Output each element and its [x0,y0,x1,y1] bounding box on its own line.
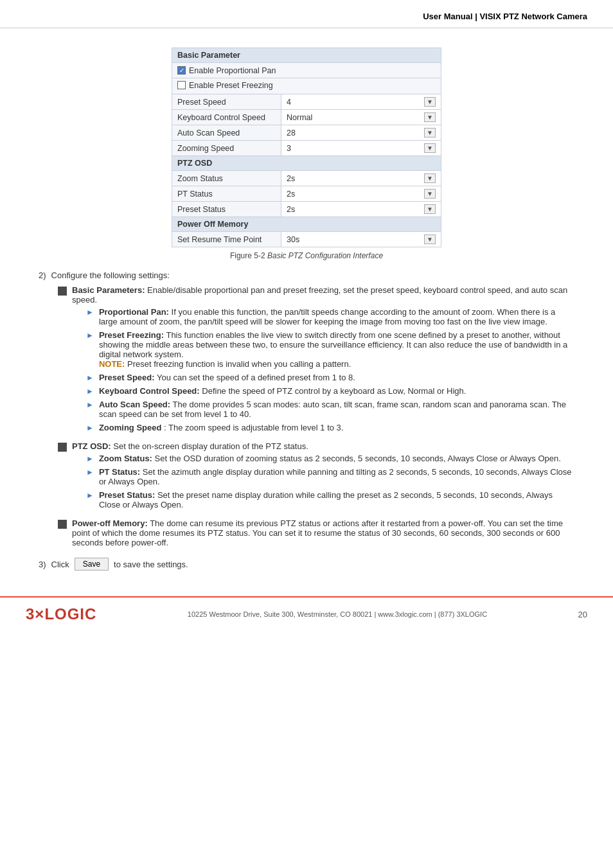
figure-caption: Figure 5-2 Basic PTZ Configuration Inter… [230,251,383,260]
zoom-status-value: 2s [287,174,424,183]
logo-logic-text: LOGIC [44,605,96,623]
table-row: Set Resume Time Point 30s ▼ [172,232,441,247]
pt-status-item: PT Status: Set the azimuth angle display… [99,467,574,486]
keyboard-speed-label: Keyboard Control Speed [172,110,281,125]
preset-status-value-cell: 2s ▼ [281,202,441,217]
checkbox-unchecked-icon [177,81,186,89]
logo-x-icon: × [35,605,44,623]
zooming-speed-label: Zooming Speed [172,141,281,156]
power-off-memory-section: Power-off Memory: The dome can resume it… [72,518,574,547]
checkbox-proportional-pan-cell: ✓ Enable Proportional Pan [172,63,441,78]
table-row: Enable Preset Freezing [172,78,441,94]
step3-click-label: Click [51,560,69,569]
step2-text: Configure the following settings: [51,270,170,280]
list-item: Basic Parameters: Enable/disable proport… [58,285,574,436]
list-item: ► Preset Freezing: This function enables… [86,330,574,369]
basic-params-bold: Basic Parameters: [72,285,145,295]
arrow-bullet-icon: ► [86,331,94,340]
zoom-status-item: Zoom Status: Set the OSD duration of zoo… [99,454,561,463]
arrow-bullet-icon: ► [86,454,94,463]
keyboard-speed-value: Normal [287,113,424,122]
list-item: ► Zoom Status: Set the OSD duration of z… [86,454,574,463]
basic-params-section: Basic Parameters: Enable/disable proport… [72,285,574,436]
resume-time-point-value-cell: 30s ▼ [281,232,441,247]
preset-freezing-item: Preset Freezing: This function enables t… [99,330,574,369]
keyboard-speed-dropdown[interactable]: Normal ▼ [287,112,436,122]
zooming-speed-item: Zooming Speed : The zoom speed is adjust… [99,423,344,432]
checkbox-checked-icon: ✓ [177,66,186,75]
page-header: User Manual | VISIX PTZ Network Camera [0,0,613,28]
dropdown-arrow-icon: ▼ [424,128,436,137]
basic-params-text: Enable/disable proportional pan and pres… [72,285,567,305]
keyboard-speed-text: Define the speed of PTZ control by a key… [202,386,466,396]
note-text: Preset freezing function is invalid when… [127,359,351,369]
preset-status-dropdown[interactable]: 2s ▼ [287,204,436,214]
table-row: Keyboard Control Speed Normal ▼ [172,110,441,125]
logo-text-part: 3 [26,605,35,623]
resume-time-point-value: 30s [287,235,424,244]
auto-scan-speed-label: Auto Scan Speed [172,125,281,141]
zoom-status-desc: Set the OSD duration of zooming status a… [155,454,561,463]
preset-status-item: Preset Status: Set the preset name displ… [99,490,574,509]
step2-container: 2) Configure the following settings: [39,270,574,280]
pt-status-label: PT Status [172,186,281,202]
preset-status-value: 2s [287,205,424,214]
table-row: Preset Status 2s ▼ [172,202,441,217]
list-item: ► PT Status: Set the azimuth angle displ… [86,467,574,486]
dropdown-arrow-icon: ▼ [424,189,436,199]
resume-time-point-label: Set Resume Time Point [172,232,281,247]
ptz-osd-bold: PTZ OSD: [72,441,111,451]
square-bullet-icon [58,520,67,529]
proportional-pan-bold: Proportional Pan: [99,307,169,317]
ptz-osd-section: PTZ OSD: Set the on-screen display durat… [72,441,574,513]
checkbox-preset-freezing-cell: Enable Preset Freezing [172,78,441,94]
preset-freezing-text: This function enables the live view to s… [99,330,567,359]
arrow-bullet-icon: ► [86,373,94,382]
header-manual-text: User Manual [423,12,472,21]
list-item: ► Keyboard Control Speed: Define the spe… [86,386,574,396]
dropdown-arrow-icon: ▼ [424,204,436,214]
table-row: PTZ OSD [172,156,441,171]
section-ptz-osd: PTZ OSD [172,156,441,171]
header-title: VISIX PTZ Network Camera [479,12,587,21]
auto-scan-speed-dropdown[interactable]: 28 ▼ [287,128,436,137]
list-item: ► Proportional Pan: If you enable this f… [86,307,574,326]
list-item: ► Preset Status: Set the preset name dis… [86,490,574,509]
zooming-speed-dropdown[interactable]: 3 ▼ [287,143,436,153]
arrow-bullet-icon: ► [86,468,94,477]
resume-time-point-dropdown[interactable]: 30s ▼ [287,235,436,244]
pt-status-dropdown[interactable]: 2s ▼ [287,189,436,199]
proportional-pan-item: Proportional Pan: If you enable this fun… [99,307,574,326]
list-item: ► Preset Speed: You can set the speed of… [86,373,574,382]
auto-scan-speed-value-cell: 28 ▼ [281,125,441,141]
pt-status-value-cell: 2s ▼ [281,186,441,202]
list-item: Power-off Memory: The dome can resume it… [58,518,574,547]
zooming-speed-text: : The zoom speed is adjustable from leve… [164,423,343,432]
preset-speed-item: Preset Speed: You can set the speed of a… [99,373,355,382]
save-button[interactable]: Save [75,558,109,571]
ptz-osd-text: Set the on-screen display duration of th… [113,441,308,451]
enable-proportional-pan-checkbox[interactable]: ✓ Enable Proportional Pan [177,66,276,75]
arrow-bullet-icon: ► [86,423,94,432]
footer-contact-info: 10225 Westmoor Drive, Suite 300, Westmin… [109,610,565,618]
figure-container: Basic Parameter ✓ Enable Proportional Pa… [39,48,574,260]
zooming-speed-bold: Zooming Speed [99,423,162,432]
square-bullet-icon [58,443,67,452]
auto-scan-bold: Auto Scan Speed: [99,400,170,409]
page-number: 20 [578,610,587,619]
enable-preset-freezing-label: Enable Preset Freezing [189,81,273,90]
step3-suffix-text: to save the settings. [114,560,188,569]
dropdown-arrow-icon: ▼ [424,173,436,183]
auto-scan-speed-value: 28 [287,128,424,137]
preset-speed-text: You can set the speed of a defined prese… [157,373,355,382]
arrow-bullet-icon: ► [86,308,94,317]
zoom-status-dropdown[interactable]: 2s ▼ [287,173,436,183]
power-off-bold: Power-off Memory: [72,518,148,528]
figure-number: Figure 5-2 [230,251,265,260]
basic-params-sub-list: ► Proportional Pan: If you enable this f… [86,307,574,432]
preset-speed-label: Preset Speed [172,94,281,110]
ptz-osd-sub-list: ► Zoom Status: Set the OSD duration of z… [86,454,574,509]
enable-preset-freezing-checkbox[interactable]: Enable Preset Freezing [177,81,273,90]
preset-speed-dropdown[interactable]: 4 ▼ [287,97,436,107]
list-item: ► Zooming Speed : The zoom speed is adju… [86,423,574,432]
